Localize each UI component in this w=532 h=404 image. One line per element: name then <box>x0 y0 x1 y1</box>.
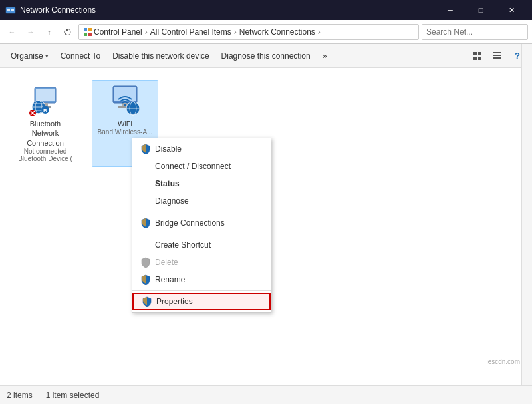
title-bar: Network Connections ─ □ ✕ <box>0 0 532 20</box>
ctx-sep1 <box>132 212 271 212</box>
bluetooth-network-status: Not connected <box>24 148 67 155</box>
back-button[interactable]: ← <box>4 24 20 40</box>
svg-rect-13 <box>478 57 481 60</box>
bluetooth-device-label: Bluetooth Device ( <box>18 155 72 162</box>
ctx-status[interactable]: Status <box>132 175 271 192</box>
breadcrumb-sep3: › <box>318 27 321 37</box>
svg-rect-7 <box>88 33 92 36</box>
ctx-properties[interactable]: Properties <box>132 293 271 310</box>
ctx-bridge-label: Bridge Connections <box>155 218 225 228</box>
svg-rect-12 <box>473 57 477 60</box>
diagnose-button[interactable]: Diagnose this connection <box>216 47 316 65</box>
svg-rect-14 <box>493 52 501 53</box>
bluetooth-network-name: Bluetooth Network Connection <box>17 119 74 148</box>
ctx-delete: Delete <box>132 254 271 271</box>
refresh-button[interactable] <box>60 24 76 40</box>
shield-icon-disable <box>140 144 151 154</box>
toolbar: Organise ▾ Connect To Disable this netwo… <box>0 44 532 68</box>
breadcrumb[interactable]: Control Panel › All Control Panel Items … <box>78 24 419 40</box>
more-button[interactable]: » <box>317 47 332 65</box>
svg-rect-4 <box>84 28 87 31</box>
ctx-sep3 <box>132 290 271 291</box>
minimize-button[interactable]: ─ <box>435 0 466 20</box>
ctx-connect-disconnect[interactable]: Connect / Disconnect <box>132 158 271 175</box>
selected-count: 1 item selected <box>46 391 100 400</box>
maximize-button[interactable]: □ <box>466 0 496 20</box>
organise-button[interactable]: Organise ▾ <box>5 47 54 65</box>
svg-rect-18 <box>36 89 55 101</box>
svg-rect-15 <box>493 55 501 56</box>
breadcrumb-all-items: All Control Panel Items <box>150 27 231 37</box>
ctx-shortcut-label: Create Shortcut <box>155 240 211 250</box>
ctx-create-shortcut[interactable]: Create Shortcut <box>132 236 271 254</box>
bluetooth-network-item[interactable]: B Bluetooth Network Connection Not conne… <box>12 80 78 167</box>
ctx-rename[interactable]: Rename <box>132 271 271 288</box>
breadcrumb-sep1: › <box>145 27 148 37</box>
view-button[interactable] <box>468 47 487 65</box>
refresh-icon <box>64 28 72 36</box>
ctx-properties-label: Properties <box>156 297 193 306</box>
window-controls: ─ □ ✕ <box>435 0 527 20</box>
shield-icon-bridge <box>140 218 151 228</box>
ctx-diagnose[interactable]: Diagnose <box>132 192 271 210</box>
up-button[interactable]: ↑ <box>41 24 57 40</box>
bluetooth-network-icon: B <box>29 85 61 116</box>
watermark: iescdn.com <box>486 358 520 365</box>
status-bar: 2 items 1 item selected <box>0 385 532 404</box>
ctx-delete-label: Delete <box>155 258 178 267</box>
shield-icon-rename <box>140 274 151 285</box>
wifi-name: WiFi <box>118 119 132 128</box>
diagnose-label: Diagnose this connection <box>221 51 311 61</box>
svg-rect-2 <box>11 9 14 11</box>
svg-text:B: B <box>43 108 47 114</box>
connect-to-label: Connect To <box>61 51 101 61</box>
close-button[interactable]: ✕ <box>496 0 527 20</box>
svg-rect-16 <box>493 57 501 59</box>
ctx-disable-label: Disable <box>155 144 182 154</box>
disable-label: Disable this network device <box>112 51 209 61</box>
toolbar-right: ? <box>468 47 527 65</box>
ctx-status-label: Status <box>155 179 180 188</box>
ctx-sep2 <box>132 234 271 234</box>
wifi-status: Band Wireless-A... <box>98 128 153 136</box>
more-label: » <box>323 51 327 61</box>
breadcrumb-sep2: › <box>234 27 237 37</box>
ctx-disable[interactable]: Disable <box>132 140 271 158</box>
context-menu: Disable Connect / Disconnect Status Diag… <box>132 138 271 313</box>
organise-arrow: ▾ <box>45 53 49 59</box>
details-icon <box>493 51 502 61</box>
organise-label: Organise <box>11 51 43 61</box>
shield-icon-delete <box>140 257 151 268</box>
svg-point-36 <box>124 104 126 106</box>
svg-rect-1 <box>7 9 10 11</box>
address-bar: ← → ↑ Control Panel › All Control Panel … <box>0 20 532 44</box>
breadcrumb-text: Control Panel <box>94 27 142 37</box>
breadcrumb-network: Network Connections <box>239 27 315 37</box>
control-panel-icon <box>83 27 92 37</box>
svg-rect-5 <box>88 28 92 31</box>
ctx-connect-label: Connect / Disconnect <box>155 162 231 171</box>
title-bar-icon <box>5 5 16 15</box>
details-view-button[interactable] <box>488 47 507 65</box>
scrollbar[interactable] <box>521 44 532 385</box>
svg-rect-11 <box>478 52 481 55</box>
shield-icon-properties <box>142 296 152 307</box>
search-input[interactable] <box>426 27 526 37</box>
svg-rect-10 <box>473 52 477 55</box>
forward-button[interactable]: → <box>23 24 39 40</box>
view-icon <box>473 51 482 61</box>
ctx-diagnose-label: Diagnose <box>155 196 189 206</box>
search-box[interactable] <box>422 24 528 40</box>
item-count: 2 items <box>7 391 33 400</box>
connect-to-button[interactable]: Connect To <box>55 47 106 65</box>
svg-rect-6 <box>84 33 87 36</box>
ctx-bridge[interactable]: Bridge Connections <box>132 214 271 232</box>
ctx-rename-label: Rename <box>155 275 185 284</box>
window-title: Network Connections <box>20 5 435 15</box>
wifi-network-icon <box>109 85 141 116</box>
main-content: B Bluetooth Network Connection Not conne… <box>0 68 532 385</box>
disable-button[interactable]: Disable this network device <box>107 47 214 65</box>
